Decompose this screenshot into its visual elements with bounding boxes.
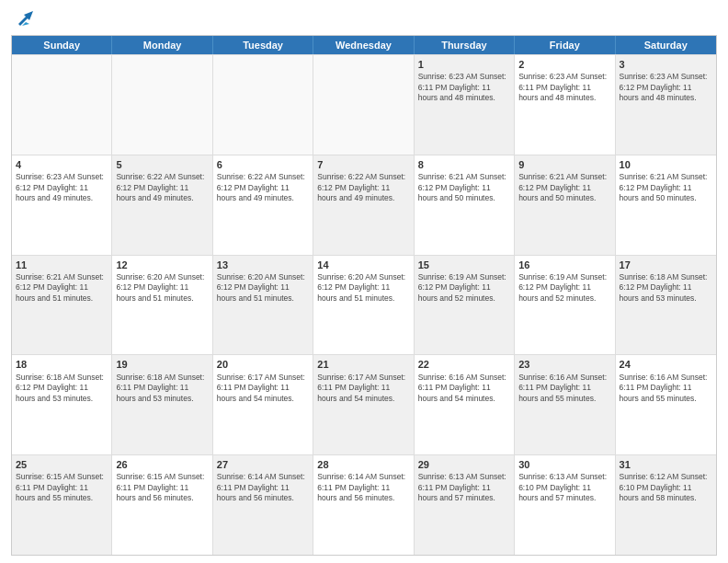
- header: [11, 9, 717, 29]
- day-number: 12: [116, 259, 208, 271]
- cell-info: Sunrise: 6:23 AM Sunset: 6:11 PM Dayligh…: [418, 72, 510, 103]
- cell-info: Sunrise: 6:15 AM Sunset: 6:11 PM Dayligh…: [116, 472, 208, 503]
- calendar-cell: 6Sunrise: 6:22 AM Sunset: 6:12 PM Daylig…: [213, 155, 313, 255]
- day-number: 6: [217, 158, 309, 171]
- logo: [11, 9, 33, 29]
- day-number: 1: [418, 58, 510, 71]
- cell-info: Sunrise: 6:20 AM Sunset: 6:12 PM Dayligh…: [217, 272, 309, 304]
- cell-info: Sunrise: 6:14 AM Sunset: 6:11 PM Dayligh…: [317, 472, 409, 503]
- day-number: 7: [317, 158, 409, 171]
- calendar-cell: 21Sunrise: 6:17 AM Sunset: 6:11 PM Dayli…: [313, 355, 414, 454]
- day-number: 21: [317, 358, 409, 371]
- day-number: 15: [418, 259, 510, 271]
- cell-info: Sunrise: 6:12 AM Sunset: 6:10 PM Dayligh…: [620, 472, 712, 503]
- calendar-cell: 22Sunrise: 6:16 AM Sunset: 6:11 PM Dayli…: [415, 355, 515, 454]
- calendar-cell: 20Sunrise: 6:17 AM Sunset: 6:11 PM Dayli…: [213, 355, 313, 454]
- calendar-row: 1Sunrise: 6:23 AM Sunset: 6:11 PM Daylig…: [12, 54, 716, 155]
- cell-info: Sunrise: 6:23 AM Sunset: 6:11 PM Dayligh…: [518, 72, 610, 103]
- calendar-cell: 30Sunrise: 6:13 AM Sunset: 6:10 PM Dayli…: [515, 455, 615, 555]
- calendar-cell: 13Sunrise: 6:20 AM Sunset: 6:12 PM Dayli…: [213, 256, 313, 355]
- cell-info: Sunrise: 6:18 AM Sunset: 6:12 PM Dayligh…: [16, 373, 108, 404]
- calendar-cell: 24Sunrise: 6:16 AM Sunset: 6:11 PM Dayli…: [616, 355, 716, 454]
- cell-info: Sunrise: 6:18 AM Sunset: 6:11 PM Dayligh…: [116, 373, 208, 404]
- cell-info: Sunrise: 6:21 AM Sunset: 6:12 PM Dayligh…: [518, 172, 610, 203]
- day-number: 30: [518, 458, 610, 471]
- day-number: 23: [518, 358, 610, 371]
- cal-header-day: Sunday: [12, 36, 112, 54]
- calendar-cell: 26Sunrise: 6:15 AM Sunset: 6:11 PM Dayli…: [112, 455, 212, 555]
- calendar-row: 11Sunrise: 6:21 AM Sunset: 6:12 PM Dayli…: [12, 255, 716, 355]
- day-number: 13: [217, 259, 309, 271]
- calendar-cell: 18Sunrise: 6:18 AM Sunset: 6:12 PM Dayli…: [12, 355, 112, 454]
- cell-info: Sunrise: 6:17 AM Sunset: 6:11 PM Dayligh…: [317, 373, 409, 404]
- day-number: 14: [317, 259, 409, 271]
- calendar-cell: 15Sunrise: 6:19 AM Sunset: 6:12 PM Dayli…: [415, 256, 515, 355]
- cell-info: Sunrise: 6:17 AM Sunset: 6:11 PM Dayligh…: [217, 373, 309, 404]
- calendar-cell: 17Sunrise: 6:18 AM Sunset: 6:12 PM Dayli…: [616, 256, 716, 355]
- calendar-cell: 28Sunrise: 6:14 AM Sunset: 6:11 PM Dayli…: [313, 455, 414, 555]
- calendar-cell: 10Sunrise: 6:21 AM Sunset: 6:12 PM Dayli…: [616, 155, 716, 255]
- cell-info: Sunrise: 6:19 AM Sunset: 6:12 PM Dayligh…: [418, 272, 510, 304]
- cal-header-day: Friday: [515, 36, 615, 54]
- day-number: 26: [116, 458, 208, 471]
- day-number: 10: [620, 158, 712, 171]
- day-number: 20: [217, 358, 309, 371]
- day-number: 25: [16, 458, 108, 471]
- day-number: 19: [116, 358, 208, 371]
- calendar-cell: 14Sunrise: 6:20 AM Sunset: 6:12 PM Dayli…: [313, 256, 414, 355]
- day-number: 3: [620, 58, 712, 71]
- day-number: 27: [217, 458, 309, 471]
- cal-header-day: Saturday: [616, 36, 716, 54]
- day-number: 31: [620, 458, 712, 471]
- calendar-row: 25Sunrise: 6:15 AM Sunset: 6:11 PM Dayli…: [12, 454, 716, 555]
- calendar-cell: 25Sunrise: 6:15 AM Sunset: 6:11 PM Dayli…: [12, 455, 112, 555]
- calendar-row: 4Sunrise: 6:23 AM Sunset: 6:12 PM Daylig…: [12, 155, 716, 255]
- cal-header-day: Tuesday: [213, 36, 313, 54]
- cell-info: Sunrise: 6:16 AM Sunset: 6:11 PM Dayligh…: [518, 373, 610, 404]
- day-number: 18: [16, 358, 108, 371]
- calendar-cell: 2Sunrise: 6:23 AM Sunset: 6:11 PM Daylig…: [515, 55, 615, 155]
- day-number: 24: [620, 358, 712, 371]
- calendar-row: 18Sunrise: 6:18 AM Sunset: 6:12 PM Dayli…: [12, 354, 716, 454]
- cell-info: Sunrise: 6:23 AM Sunset: 6:12 PM Dayligh…: [620, 72, 712, 103]
- page: SundayMondayTuesdayWednesdayThursdayFrid…: [0, 0, 728, 563]
- cell-info: Sunrise: 6:20 AM Sunset: 6:12 PM Dayligh…: [116, 272, 208, 304]
- cell-info: Sunrise: 6:22 AM Sunset: 6:12 PM Dayligh…: [217, 172, 309, 203]
- calendar-cell: 12Sunrise: 6:20 AM Sunset: 6:12 PM Dayli…: [112, 256, 212, 355]
- calendar-cell: 19Sunrise: 6:18 AM Sunset: 6:11 PM Dayli…: [112, 355, 212, 454]
- day-number: 8: [418, 158, 510, 171]
- cell-info: Sunrise: 6:23 AM Sunset: 6:12 PM Dayligh…: [16, 172, 108, 203]
- day-number: 2: [518, 58, 610, 71]
- cell-info: Sunrise: 6:22 AM Sunset: 6:12 PM Dayligh…: [317, 172, 409, 203]
- day-number: 17: [620, 259, 712, 271]
- cell-info: Sunrise: 6:13 AM Sunset: 6:11 PM Dayligh…: [418, 472, 510, 503]
- calendar-cell: 16Sunrise: 6:19 AM Sunset: 6:12 PM Dayli…: [515, 256, 615, 355]
- cal-header-day: Wednesday: [313, 36, 414, 54]
- calendar-cell: [12, 55, 112, 155]
- logo-bird-icon: [13, 9, 33, 29]
- day-number: 16: [518, 259, 610, 271]
- day-number: 4: [16, 158, 108, 171]
- calendar-cell: [313, 55, 414, 155]
- calendar-cell: 11Sunrise: 6:21 AM Sunset: 6:12 PM Dayli…: [12, 256, 112, 355]
- cell-info: Sunrise: 6:22 AM Sunset: 6:12 PM Dayligh…: [116, 172, 208, 203]
- cell-info: Sunrise: 6:15 AM Sunset: 6:11 PM Dayligh…: [16, 472, 108, 503]
- cell-info: Sunrise: 6:16 AM Sunset: 6:11 PM Dayligh…: [620, 373, 712, 404]
- cell-info: Sunrise: 6:21 AM Sunset: 6:12 PM Dayligh…: [16, 272, 108, 304]
- calendar-cell: 31Sunrise: 6:12 AM Sunset: 6:10 PM Dayli…: [616, 455, 716, 555]
- cell-info: Sunrise: 6:21 AM Sunset: 6:12 PM Dayligh…: [418, 172, 510, 203]
- day-number: 9: [518, 158, 610, 171]
- calendar-cell: 7Sunrise: 6:22 AM Sunset: 6:12 PM Daylig…: [313, 155, 414, 255]
- cal-header-day: Monday: [112, 36, 212, 54]
- calendar-header: SundayMondayTuesdayWednesdayThursdayFrid…: [12, 36, 716, 54]
- cell-info: Sunrise: 6:21 AM Sunset: 6:12 PM Dayligh…: [620, 172, 712, 203]
- cell-info: Sunrise: 6:18 AM Sunset: 6:12 PM Dayligh…: [620, 272, 712, 304]
- cell-info: Sunrise: 6:13 AM Sunset: 6:10 PM Dayligh…: [518, 472, 610, 503]
- calendar-cell: 29Sunrise: 6:13 AM Sunset: 6:11 PM Dayli…: [415, 455, 515, 555]
- calendar-cell: [213, 55, 313, 155]
- day-number: 22: [418, 358, 510, 371]
- calendar-cell: 5Sunrise: 6:22 AM Sunset: 6:12 PM Daylig…: [112, 155, 212, 255]
- calendar-cell: 1Sunrise: 6:23 AM Sunset: 6:11 PM Daylig…: [415, 55, 515, 155]
- cell-info: Sunrise: 6:20 AM Sunset: 6:12 PM Dayligh…: [317, 272, 409, 304]
- cal-header-day: Thursday: [415, 36, 515, 54]
